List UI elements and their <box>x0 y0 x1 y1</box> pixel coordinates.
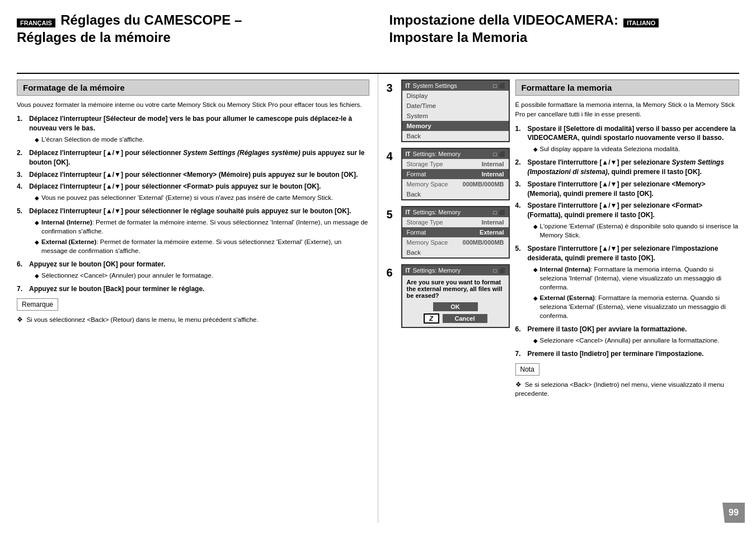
fr-title-block: FRANÇAIS Réglages du CAMESCOPE – Réglage… <box>17 11 367 46</box>
it-title-line2: Impostare la Memoria <box>389 29 659 46</box>
screen-6: 6 IT Settings: Memory □⬛ <box>387 264 510 328</box>
cancel-icon: Z <box>424 313 439 324</box>
screen-5: 5 IT Settings: Memory □⬛ <box>387 206 510 259</box>
it-note-label: Nota <box>515 363 539 376</box>
it-title-line1: Impostazione della VIDEOCAMERA: <box>389 12 618 27</box>
fr-note-text: ❖ Si vous sélectionnez <Back> (Retour) d… <box>17 315 369 324</box>
it-step-4: 4. Spostare l'interruttore [▲/▼] per sel… <box>515 201 740 241</box>
it-step-3: 3. Spostare l'interruttore [▲/▼] per sel… <box>515 180 740 199</box>
it-section-header: Formattare la memoria <box>515 79 740 96</box>
fr-section-header: Formatage de la mémoire <box>17 79 369 96</box>
page-number-badge: 99 <box>722 503 745 523</box>
fr-step-5: 5. Déplacez l'interrupteur [▲/▼] pour sé… <box>17 207 369 257</box>
it-step-1: 1. Spostare il [Selettore di modalità] v… <box>515 124 740 156</box>
fr-note-label: Remarque <box>17 298 58 311</box>
fr-badge: FRANÇAIS <box>17 18 55 27</box>
fr-intro: Vous pouvez formater la mémoire interne … <box>17 100 369 110</box>
fr-step-4: 4. Déplacez l'interrupteur [▲/▼] pour sé… <box>17 182 369 204</box>
screen-4: 4 IT Settings: Memory □⬛ <box>387 148 510 200</box>
fr-title-line1: Réglages du CAMESCOPE – <box>60 12 242 27</box>
it-title-block: Impostazione della VIDEOCAMERA: ITALIANO… <box>389 11 659 46</box>
it-step-7: 7. Premere il tasto [Indietro] per termi… <box>515 349 740 359</box>
fr-step-7: 7. Appuyez sur le bouton [Back] pour ter… <box>17 284 369 294</box>
fr-step-2: 2. Déplacez l'interrupteur [▲/▼] pour sé… <box>17 148 369 167</box>
fr-step-3: 3. Déplacez l'interrupteur [▲/▼] pour sé… <box>17 170 369 180</box>
it-step-2: 2. Spostare l'interruttore [▲/▼] per sel… <box>515 158 740 177</box>
fr-step-6: 6. Appuyez sur le bouton [OK] pour forma… <box>17 260 369 282</box>
it-step-5: 5. Spostare l'interruttore [▲/▼] per sel… <box>515 244 740 322</box>
confirm-text: Are you sure you want to format the exte… <box>407 279 504 299</box>
fr-step-1: 1. Déplacez l'interrupteur [Sélecteur de… <box>17 114 369 146</box>
screen-3: 3 IT System Settings □⬛ <box>387 79 510 142</box>
it-intro: È possibile formattare la memoria intern… <box>515 100 740 120</box>
ok-button[interactable]: OK <box>433 302 478 311</box>
cancel-button[interactable]: Cancel <box>443 314 487 323</box>
it-step-6: 6. Premere il tasto [OK] per avviare la … <box>515 325 740 346</box>
it-note-text: ❖ Se si seleziona <Back> (Indietro) nel … <box>515 380 740 398</box>
fr-title-line2: Réglages de la mémoire <box>17 29 367 46</box>
it-badge: ITALIANO <box>623 18 659 27</box>
